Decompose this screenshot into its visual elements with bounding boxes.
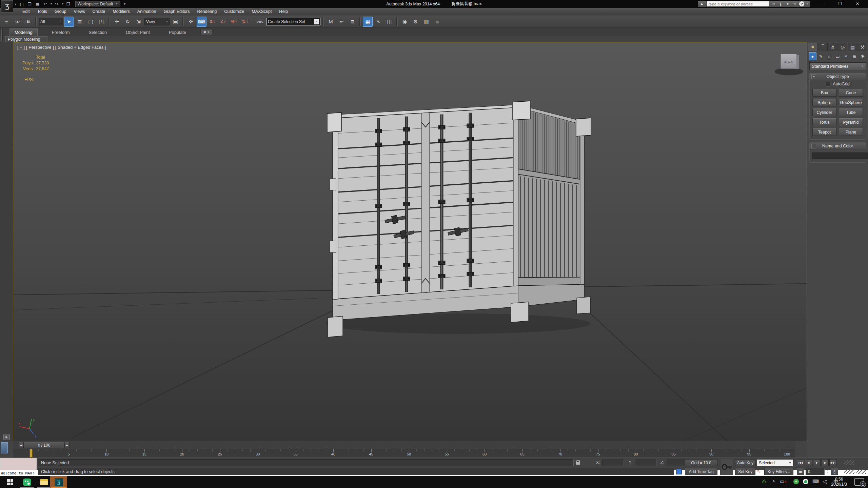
action-center-button[interactable]: 1 bbox=[854, 478, 864, 486]
antivirus-icon[interactable]: + bbox=[793, 479, 799, 484]
key-mode-dropdown[interactable]: Selected ▼ bbox=[757, 459, 793, 466]
command-tab-hierarchy[interactable]: ⋔ bbox=[828, 43, 837, 51]
command-tab-display[interactable]: ▤ bbox=[848, 43, 857, 51]
menu-edit[interactable]: Edit bbox=[19, 8, 34, 15]
system-clock[interactable]: 8:56 2020/1/3 bbox=[831, 477, 847, 487]
time-configuration-button[interactable]: ◷ bbox=[831, 468, 838, 475]
perspective-viewport[interactable]: [ + ] [ Perspective ] [ Shaded + Edged F… bbox=[13, 42, 807, 441]
ribbon-tab-populate[interactable]: Populate bbox=[164, 29, 191, 36]
object-name-input[interactable] bbox=[812, 152, 868, 159]
select-object-button[interactable]: ➤ bbox=[64, 17, 74, 27]
window-resize-grip[interactable] bbox=[856, 469, 866, 474]
curve-editor-button[interactable]: ∿ bbox=[374, 17, 383, 27]
primitive-button-teapot[interactable]: Teapot bbox=[812, 128, 836, 136]
primitive-button-plane[interactable]: Plane bbox=[839, 128, 863, 136]
command-tab-create[interactable]: ✶ bbox=[808, 43, 817, 51]
snaps-toggle-3d-button[interactable]: 3∩ bbox=[208, 17, 217, 27]
show-hidden-icons-chevron[interactable]: ∧ bbox=[772, 479, 775, 483]
unlink-selection-button[interactable]: ⚮ bbox=[13, 17, 22, 27]
autogrid-checkbox[interactable] bbox=[826, 82, 830, 86]
taskbar-file-explorer[interactable] bbox=[37, 476, 52, 488]
y-coordinate-field[interactable] bbox=[635, 460, 656, 466]
set-key-button[interactable]: Set Key bbox=[735, 468, 755, 475]
usb-device-icon[interactable]: ⎙ bbox=[762, 479, 766, 484]
redo-button[interactable]: ↷ bbox=[53, 1, 60, 7]
select-and-manipulate-button[interactable]: ✜ bbox=[186, 17, 196, 27]
mirror-button[interactable]: M bbox=[326, 17, 336, 27]
go-to-end-button[interactable]: ▶▶| bbox=[829, 459, 837, 466]
category-lights[interactable]: ☼ bbox=[825, 52, 833, 60]
menu-rendering[interactable]: Rendering bbox=[194, 8, 221, 15]
selection-filter-dropdown[interactable]: All˅ bbox=[39, 18, 63, 25]
menu-tools[interactable]: Tools bbox=[34, 8, 51, 15]
network-icon[interactable]: ⌨ bbox=[812, 479, 819, 484]
wechat-tray-icon[interactable] bbox=[803, 479, 808, 484]
menu-customize[interactable]: Customize bbox=[220, 8, 248, 15]
set-keys-button[interactable] bbox=[720, 459, 733, 475]
select-and-uniform-scale-button[interactable]: ⇲ bbox=[134, 17, 143, 27]
save-file-button[interactable]: ▦ bbox=[34, 1, 41, 7]
previous-frame-arrow[interactable]: ◀ bbox=[19, 442, 24, 448]
undo-button[interactable]: ↶ bbox=[42, 1, 49, 7]
favorites-star-icon[interactable]: ☆ bbox=[792, 2, 798, 6]
viewcube-face[interactable]: BACK bbox=[781, 54, 797, 69]
select-and-move-button[interactable]: ✛ bbox=[112, 17, 122, 27]
ribbon-panel-polygon-modeling[interactable]: Polygon Modeling bbox=[5, 36, 47, 42]
auto-key-button[interactable]: Auto Key bbox=[735, 459, 755, 466]
menu-graph-editors[interactable]: Graph Editors bbox=[160, 8, 193, 15]
time-slider-handle[interactable]: ◀ 0 / 100 ▶ bbox=[19, 442, 70, 448]
category-geometry[interactable]: ● bbox=[809, 52, 816, 60]
object-type-rollout-header[interactable]: – Object Type bbox=[810, 73, 866, 80]
menu-modifiers[interactable]: Modifiers bbox=[109, 8, 134, 15]
menu-views[interactable]: Views bbox=[70, 8, 88, 15]
time-tag-icon[interactable] bbox=[676, 469, 682, 474]
start-button[interactable] bbox=[3, 476, 18, 488]
application-menu-button[interactable]: Ʒ bbox=[1, 0, 13, 13]
rectangular-selection-region-button[interactable]: ▢ bbox=[86, 17, 96, 27]
maximize-button[interactable]: ❐ bbox=[835, 0, 845, 7]
ribbon-tab-freeform[interactable]: Freeform bbox=[47, 29, 75, 36]
menu-maxscript[interactable]: MAXScript bbox=[248, 8, 275, 15]
render-production-button[interactable]: ☕ bbox=[432, 17, 442, 27]
category-helpers[interactable]: ⌖ bbox=[842, 52, 850, 60]
ribbon-drag-handle[interactable] bbox=[1, 29, 3, 41]
select-and-link-button[interactable]: ⚭ bbox=[2, 17, 12, 27]
command-tab-utilities[interactable]: ⚒ bbox=[858, 43, 867, 51]
named-selection-sets-dropdown[interactable]: Create Selection Set˅ bbox=[266, 18, 320, 25]
keyboard-shortcut-override-toggle-button[interactable]: ⌨ bbox=[197, 17, 206, 27]
infocenter-expand-icon[interactable]: ▶ bbox=[699, 2, 705, 6]
toolbar-flyout-icon[interactable]: ▼ bbox=[123, 2, 126, 6]
primitive-button-cylinder[interactable]: Cylinder bbox=[812, 108, 836, 116]
ribbon-tab-modeling[interactable]: Modeling bbox=[9, 28, 38, 36]
viewcube-side-face[interactable] bbox=[796, 55, 799, 69]
viewcube[interactable]: BACK bbox=[774, 50, 804, 80]
selection-lock-toggle[interactable] bbox=[1, 442, 8, 453]
primitive-button-cone[interactable]: Cone bbox=[839, 89, 863, 97]
track-bar[interactable]: 5101520253035404550556065707580859095100 bbox=[13, 449, 795, 458]
help-icon[interactable]: ? bbox=[799, 1, 804, 6]
select-and-rotate-button[interactable]: ↻ bbox=[123, 17, 133, 27]
ribbon-tab-object-paint[interactable]: Object Paint bbox=[121, 29, 155, 36]
schematic-view-button[interactable]: ◫ bbox=[384, 17, 394, 27]
select-by-name-button[interactable]: ≣ bbox=[75, 17, 85, 27]
x-coordinate-field[interactable] bbox=[602, 460, 624, 466]
menu-create[interactable]: Create bbox=[89, 8, 109, 15]
workspace-dropdown[interactable]: Workspace: Default ▼ bbox=[75, 1, 120, 7]
communication-center-icon[interactable]: ✦ bbox=[785, 2, 791, 6]
speaker-icon[interactable]: ◁) bbox=[823, 479, 827, 484]
primitive-button-tube[interactable]: Tube bbox=[839, 108, 863, 116]
default-in-out-tangents-icon[interactable]: ∿ bbox=[757, 468, 761, 474]
menu-animation[interactable]: Animation bbox=[134, 8, 160, 15]
graphite-modeling-tools-toggle-button[interactable]: ▦ bbox=[363, 17, 373, 27]
material-editor-button[interactable]: ◉ bbox=[400, 17, 410, 27]
align-button[interactable]: ⇤ bbox=[337, 17, 347, 27]
command-tab-modify[interactable]: ⌒ bbox=[818, 43, 827, 51]
chevron-down-icon[interactable]: ▼ bbox=[61, 2, 64, 5]
spinner-snap-toggle-button[interactable]: ⇅∩ bbox=[240, 17, 250, 27]
key-icon[interactable]: ⚷ bbox=[778, 2, 784, 6]
category-systems[interactable]: ✱ bbox=[859, 52, 867, 60]
primitive-button-torus[interactable]: Torus bbox=[812, 118, 836, 126]
current-frame-field[interactable]: 0 bbox=[806, 468, 825, 475]
key-filters-button[interactable]: Key Filters... bbox=[764, 468, 793, 475]
menu-group[interactable]: Group bbox=[51, 8, 70, 15]
